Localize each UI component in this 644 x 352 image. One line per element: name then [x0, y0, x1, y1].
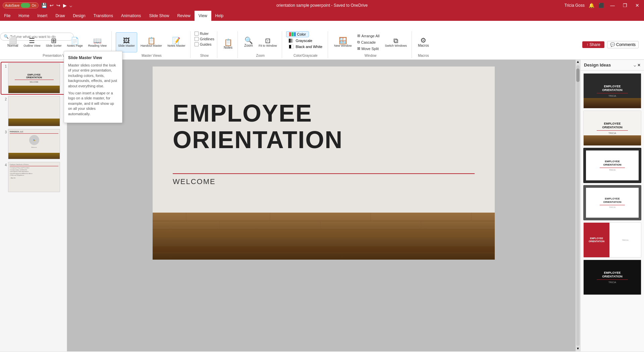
color-option-button[interactable]: Color [286, 31, 309, 37]
slide-thumb-3[interactable]: 3 PARKDECK, LLC 🎭 Welcome [1, 128, 65, 160]
design-ideas-dropdown-icon[interactable]: ⌵ [634, 63, 636, 68]
notes-button-area: 📋 Notes [221, 31, 235, 57]
autosave-badge[interactable]: AutoSave On [3, 2, 39, 8]
floor-svg [153, 213, 495, 260]
window-actions: ⊞ Arrange All ⧉ Cascade ⊠ Move Split [355, 33, 382, 51]
comments-button[interactable]: 💬 Comments [607, 41, 639, 48]
autosave-toggle[interactable] [21, 3, 30, 8]
design-idea-3[interactable]: EMPLOYEEORIENTATION TRICIA [583, 148, 641, 183]
handout-master-icon: 📋 [147, 37, 156, 44]
more-icon[interactable]: ⌵ [69, 3, 72, 8]
share-button[interactable]: ↑ Share [582, 41, 604, 48]
outline-label: Outline View [23, 44, 40, 47]
notes-master-button[interactable]: 📝 Notes Master [165, 32, 187, 52]
title-bar-right: Tricia Goss 🔔 ⬛ — ❐ ✕ [565, 2, 641, 9]
slide-thumb-2[interactable]: 2 [1, 95, 65, 127]
redo-icon[interactable]: ↪ [56, 3, 60, 8]
minimize-button[interactable]: — [608, 2, 617, 9]
notification-icon[interactable]: 🔔 [589, 3, 594, 8]
guides-checkbox[interactable]: Guides [195, 42, 212, 47]
tab-file[interactable]: File [0, 11, 14, 21]
fit-to-window-button[interactable]: ⊡ Fit to Window [257, 32, 279, 52]
slide-preview-1: EMPLOYEEORIENTATION WELCOME [8, 63, 60, 93]
outline-view-button[interactable]: ☰ Outline View [21, 32, 42, 52]
slide-panel: 1 EMPLOYEEORIENTATION WELCOME 2 3 P [0, 60, 67, 351]
ruler-checkbox[interactable]: Ruler [195, 31, 209, 36]
close-button[interactable]: ✕ [633, 2, 641, 9]
undo-icon[interactable]: ↩ [50, 3, 54, 8]
macros-button[interactable]: ⚙ Macros [416, 32, 431, 52]
tab-transitions[interactable]: Transitions [90, 11, 117, 21]
slide-master-button[interactable]: 🖼 Slide Master [116, 32, 137, 52]
tooltip-title: Slide Master View [68, 55, 118, 60]
notes-page-icon: 📄 [71, 37, 79, 44]
tab-draw[interactable]: Draw [51, 11, 69, 21]
present-icon[interactable]: ▶ [63, 3, 67, 8]
switch-windows-button[interactable]: ⧉ Switch Windows [383, 32, 409, 52]
slide-preview-2 [8, 96, 60, 126]
tab-help[interactable]: Help [211, 11, 228, 21]
new-window-icon: 🪟 [339, 37, 347, 44]
reading-view-icon: 📖 [93, 37, 102, 44]
handout-master-button[interactable]: 📋 Handout Master [139, 32, 164, 52]
slide-num-4: 4 [2, 162, 7, 167]
notes-page-button[interactable]: 📄 Notes Page [65, 32, 85, 52]
save-icon[interactable]: 💾 [41, 3, 47, 8]
design-idea-1[interactable]: EMPLOYEEORIENTATION TRICIA [583, 73, 641, 108]
slide-thumb-1[interactable]: 1 EMPLOYEEORIENTATION WELCOME [1, 62, 65, 94]
slide-num-3: 3 [2, 129, 7, 134]
tab-slideshow[interactable]: Slide Show [145, 11, 173, 21]
notes-button[interactable]: 📋 Notes [221, 34, 235, 54]
design-ideas-title: Design Ideas [584, 62, 611, 68]
tooltip-body1: Master slides control the look of your e… [68, 63, 118, 89]
arrange-all-button[interactable]: ⊞ Arrange All [355, 33, 382, 39]
cascade-button[interactable]: ⧉ Cascade [355, 39, 382, 45]
restore-button[interactable]: ❐ [621, 2, 629, 9]
zoom-label: Zoom [244, 44, 253, 47]
tab-design[interactable]: Design [69, 11, 89, 21]
normal-view-button[interactable]: ⬜ Normal [5, 32, 20, 52]
window-label: Window [365, 53, 377, 58]
move-split-button[interactable]: ⊠ Move Split [355, 46, 382, 51]
notes-master-label: Notes Master [167, 44, 185, 47]
ribbon-group-show: Ruler Gridlines Guides Show [192, 31, 217, 58]
gridlines-checkbox[interactable]: Gridlines [195, 37, 214, 41]
scroll-up-arrow[interactable]: ▲ [576, 60, 580, 64]
slide-scrollbar[interactable]: ▲ ▼ [576, 60, 580, 351]
black-white-option-button[interactable]: Black and White [286, 44, 325, 49]
slide-thumb-4[interactable]: 4 Employee Handbook of Policies • Compan… [1, 161, 65, 193]
design-panel-close-icon[interactable]: ✕ [637, 63, 641, 68]
tab-view[interactable]: View [195, 11, 211, 21]
user-name: Tricia Goss [565, 3, 585, 8]
color-options: Color Grayscale Black and White [286, 31, 325, 53]
master-views-label: Master Views [142, 53, 162, 58]
scroll-down-arrow[interactable]: ▼ [576, 347, 580, 351]
notes-page-label: Notes Page [67, 44, 83, 47]
tab-animations[interactable]: Animations [117, 11, 145, 21]
design-idea-5[interactable]: EMPLOYEEORIENTATION TRICIA [583, 222, 641, 258]
ribbon-group-macros: ⚙ Macros Macros [413, 31, 434, 58]
slide-master-label: Slide Master [118, 44, 135, 47]
reading-view-button[interactable]: 📖 Reading View [86, 32, 109, 52]
new-window-button[interactable]: 🪟 New Window [332, 32, 354, 52]
svg-rect-13 [153, 229, 495, 238]
tab-insert[interactable]: Insert [33, 11, 51, 21]
design-idea-4[interactable]: EMPLOYEEORIENTATION TRICIA [583, 185, 641, 220]
fit-window-label: Fit to Window [259, 44, 277, 47]
grayscale-option-button[interactable]: Grayscale [286, 38, 315, 43]
tab-home[interactable]: Home [14, 11, 33, 21]
zoom-button[interactable]: 🔍 Zoom [242, 32, 255, 52]
design-ideas-list: EMPLOYEEORIENTATION TRICIA EMPLOYEEORIEN… [581, 71, 644, 351]
scroll-thumb[interactable] [576, 69, 580, 82]
design-idea-2[interactable]: EMPLOYEEORIENTATION TRICIA [583, 111, 641, 146]
ribbon-display-icon[interactable]: ⬛ [598, 3, 604, 8]
macros-buttons: ⚙ Macros [416, 31, 431, 53]
slide-sorter-button[interactable]: ⊞ Slide Sorter [44, 32, 64, 52]
zoom-icon: 🔍 [245, 37, 253, 44]
tab-review[interactable]: Review [173, 11, 194, 21]
thumb-floor-1 [8, 86, 60, 93]
master-views-buttons: 🖼 Slide Master 📋 Handout Master 📝 Notes … [116, 31, 187, 53]
design-idea-6[interactable]: EMPLOYEEORIENTATION TRICIA [583, 260, 641, 295]
macros-icon: ⚙ [420, 37, 426, 44]
autosave-state: On [32, 4, 36, 7]
